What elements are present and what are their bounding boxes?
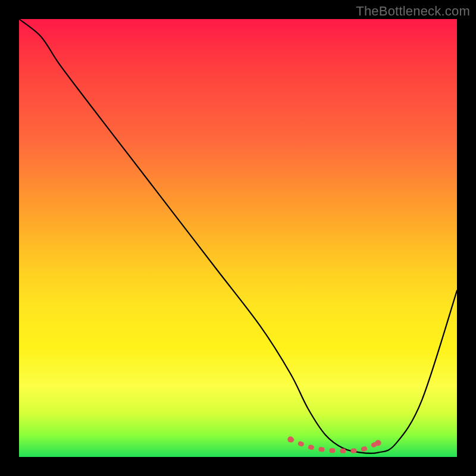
- curve-svg: [19, 19, 457, 457]
- chart-frame: TheBottleneck.com: [0, 0, 476, 476]
- plot-area: [19, 19, 457, 457]
- bottleneck-curve: [19, 19, 457, 453]
- optimal-range-endpoint: [287, 437, 293, 443]
- optimal-range-path: [290, 440, 378, 451]
- optimal-range-endpoint: [375, 440, 381, 446]
- watermark-text: TheBottleneck.com: [356, 4, 470, 19]
